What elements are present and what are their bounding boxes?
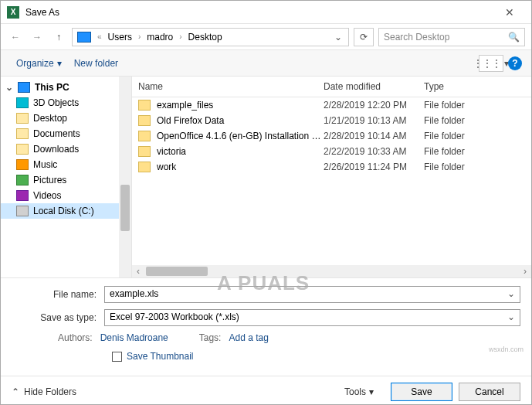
horizontal-scrollbar[interactable]: ‹ ›: [132, 265, 531, 277]
table-row[interactable]: victoria2/22/2019 10:33 AMFile folder: [132, 144, 531, 159]
address-row: ← → ↑ « Users › madro › Desktop ⌄ ⟳ Sear…: [1, 24, 531, 50]
search-input[interactable]: Search Desktop 🔍: [378, 28, 525, 46]
tree-item-this-pc[interactable]: ⌄This PC: [1, 80, 131, 95]
new-folder-button[interactable]: New folder: [68, 55, 124, 72]
search-icon: 🔍: [508, 32, 520, 43]
scroll-right-icon[interactable]: ›: [519, 266, 531, 277]
pic-icon: [16, 175, 29, 185]
file-name: work: [157, 162, 324, 172]
breadcrumb-item[interactable]: Users: [105, 30, 135, 44]
file-list[interactable]: example_files2/28/2019 12:20 PMFile fold…: [132, 97, 531, 265]
saveastype-label: Save as type:: [12, 312, 104, 323]
table-row[interactable]: work2/26/2019 11:24 PMFile folder: [132, 159, 531, 175]
tools-button[interactable]: Tools ▾: [344, 386, 374, 397]
tree-item-label: Documents: [33, 128, 80, 139]
tree-item-music[interactable]: Music: [1, 157, 131, 172]
file-name: example_files: [157, 100, 324, 111]
window-title: Save As: [25, 7, 494, 18]
table-row[interactable]: Old Firefox Data1/21/2019 10:13 AMFile f…: [132, 113, 531, 128]
breadcrumb-item[interactable]: Desktop: [185, 30, 225, 44]
scrollbar-thumb[interactable]: [120, 185, 130, 231]
view-icon: ⋮⋮⋮: [473, 58, 501, 69]
column-headers[interactable]: Name Date modified Type: [132, 77, 531, 97]
filename-input[interactable]: example.xls⌄: [104, 286, 520, 303]
col-name[interactable]: Name: [138, 81, 324, 92]
file-type: File folder: [424, 115, 525, 126]
scroll-left-icon[interactable]: ‹: [132, 266, 144, 277]
breadcrumb-sep: «: [94, 32, 105, 41]
view-button[interactable]: ⋮⋮⋮ ▾: [479, 55, 503, 72]
file-name: Old Firefox Data: [157, 115, 324, 126]
obj-icon: [16, 97, 29, 108]
tree-item-label: Music: [33, 159, 57, 170]
tree-item-label: Desktop: [33, 113, 67, 124]
table-row[interactable]: example_files2/28/2019 12:20 PMFile fold…: [132, 97, 531, 113]
tree-item-3d-objects[interactable]: 3D Objects: [1, 95, 131, 111]
file-date: 2/22/2019 10:33 AM: [324, 146, 424, 157]
tree-item-documents[interactable]: Documents: [1, 126, 131, 141]
pc-icon: [18, 82, 30, 93]
nav-tree[interactable]: ⌄This PC3D ObjectsDesktopDocumentsDownlo…: [1, 77, 132, 277]
forward-button[interactable]: →: [29, 29, 46, 46]
main-split: ⌄This PC3D ObjectsDesktopDocumentsDownlo…: [1, 77, 531, 277]
save-thumbnail-checkbox[interactable]: Save Thumbnail: [12, 351, 520, 362]
tree-item-desktop[interactable]: Desktop: [1, 111, 131, 126]
chevron-down-icon: ⌄: [5, 82, 13, 93]
file-type: File folder: [424, 131, 525, 141]
hide-folders-button[interactable]: ⌃ Hide Folders: [12, 386, 76, 397]
close-button[interactable]: ✕: [494, 6, 525, 19]
tags-value[interactable]: Add a tag: [229, 332, 268, 343]
organize-button[interactable]: Organize▾: [10, 55, 68, 72]
search-placeholder: Search Desktop: [384, 32, 449, 43]
saveastype-select[interactable]: Excel 97-2003 Workbook (*.xls)⌄: [104, 309, 520, 326]
folder-icon: [16, 144, 29, 155]
toolbar: Organize▾ New folder ⋮⋮⋮ ▾ ?: [1, 50, 531, 77]
breadcrumb[interactable]: « Users › madro › Desktop ⌄: [72, 28, 349, 46]
tree-item-downloads[interactable]: Downloads: [1, 141, 131, 157]
refresh-button[interactable]: ⟳: [354, 28, 374, 46]
vid-icon: [16, 190, 29, 201]
title-bar: X Save As ✕: [1, 1, 531, 24]
cancel-button[interactable]: Cancel: [459, 383, 520, 401]
table-row[interactable]: OpenOffice 4.1.6 (en-GB) Installation Fi…: [132, 128, 531, 144]
tree-item-local-disk-c-[interactable]: Local Disk (C:): [1, 203, 131, 219]
folder-icon: [138, 115, 151, 126]
file-type: File folder: [424, 162, 525, 172]
chevron-down-icon: ▾: [369, 386, 374, 397]
file-date: 2/28/2019 12:20 PM: [324, 100, 424, 111]
help-button[interactable]: ?: [508, 56, 522, 70]
chevron-down-icon: ▾: [57, 58, 62, 69]
file-date: 2/28/2019 10:14 AM: [324, 131, 424, 141]
tree-item-label: Videos: [33, 190, 61, 201]
scrollbar-thumb[interactable]: [146, 267, 208, 276]
save-thumbnail-label: Save Thumbnail: [127, 351, 194, 362]
folder-icon: [138, 146, 151, 157]
chevron-right-icon: ›: [135, 32, 144, 41]
disk-icon: [16, 206, 29, 216]
pc-icon: [77, 32, 91, 43]
tree-scrollbar[interactable]: [119, 77, 131, 277]
file-name: OpenOffice 4.1.6 (en-GB) Installation Fi…: [157, 131, 324, 141]
folder-icon: [16, 128, 29, 139]
chevron-down-icon[interactable]: ⌄: [507, 288, 515, 299]
up-button[interactable]: ↑: [50, 29, 67, 46]
tree-item-label: This PC: [35, 82, 69, 93]
tree-item-videos[interactable]: Videos: [1, 188, 131, 203]
save-button[interactable]: Save: [391, 383, 452, 401]
tree-item-label: Local Disk (C:): [33, 206, 94, 216]
breadcrumb-item[interactable]: madro: [144, 30, 176, 44]
authors-value[interactable]: Denis Madroane: [100, 332, 168, 343]
tree-item-label: Downloads: [33, 144, 79, 155]
file-type: File folder: [424, 146, 525, 157]
save-form: File name: example.xls⌄ Save as type: Ex…: [1, 277, 531, 376]
chevron-down-icon[interactable]: ⌄: [507, 311, 515, 322]
excel-icon: X: [7, 6, 19, 19]
col-type[interactable]: Type: [424, 81, 525, 92]
file-pane: Name Date modified Type example_files2/2…: [132, 77, 531, 277]
file-date: 2/26/2019 11:24 PM: [324, 162, 424, 172]
file-name: victoria: [157, 146, 324, 157]
back-button[interactable]: ←: [7, 29, 24, 46]
tree-item-pictures[interactable]: Pictures: [1, 172, 131, 188]
col-date[interactable]: Date modified: [324, 81, 424, 92]
breadcrumb-dropdown[interactable]: ⌄: [330, 32, 347, 43]
